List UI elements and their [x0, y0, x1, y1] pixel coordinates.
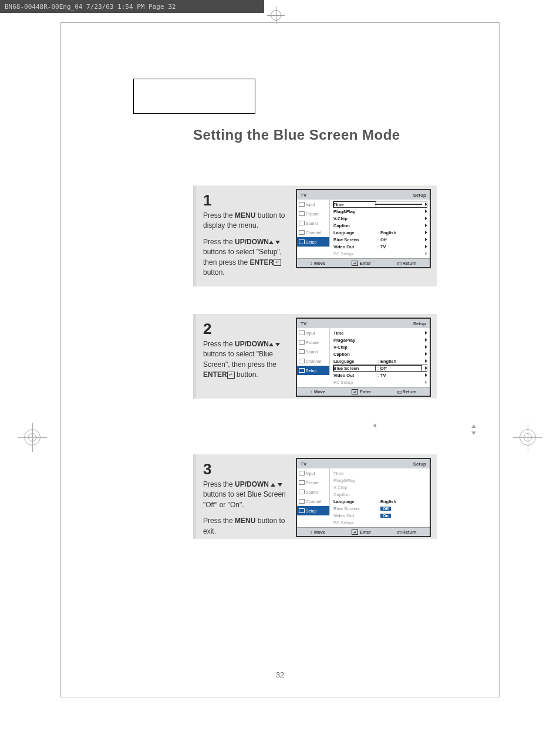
page-frame: Setting the Blue Screen Mode 1 Press the… [60, 22, 500, 697]
sidebar-item-channel: Channel [297, 497, 330, 506]
sidebar-item-picture: Picture [297, 209, 330, 218]
button-name: ENTER [203, 370, 227, 379]
label: Time [333, 330, 376, 336]
sidebar-item-picture: Picture [297, 478, 330, 487]
osd-screenshot-1: TV Setup Input Picture Sound Channel Set… [296, 189, 431, 268]
label: Enter [360, 389, 371, 394]
text: Press the [203, 211, 235, 220]
button-name: UP/DOWN [235, 238, 269, 246]
enter-icon [352, 389, 358, 394]
osd-list: Time Plug&Play V-Chip Caption Language:E… [330, 328, 430, 387]
label: PC Setup [333, 251, 376, 257]
label: Blue Screen [333, 506, 376, 511]
footer-return: Return [397, 261, 417, 266]
sidebar-item-setup: Setup [297, 237, 330, 247]
osd-header: TV Setup [297, 459, 430, 468]
updown-icon [310, 261, 312, 266]
picture-icon [299, 211, 305, 216]
text: button. [203, 268, 225, 276]
label: Video Out [333, 373, 376, 378]
step-1-block: 1 Press the MENU button to display the m… [193, 186, 437, 286]
label: Language [333, 230, 376, 235]
row-videoout: Video Out:TV [333, 372, 427, 379]
osd-sidebar: Input Picture Sound Channel Setup [297, 468, 330, 527]
row-vchip: V-Chip [333, 343, 427, 350]
row-language: Language:English [333, 229, 427, 236]
button-name: UP/DOWN [235, 480, 269, 488]
value: English [380, 230, 421, 235]
row-pcsetup: PC Setup [333, 250, 427, 257]
label: Move [314, 389, 325, 394]
label: Caption [333, 492, 376, 497]
label: Input [306, 471, 315, 475]
label: Return [403, 529, 417, 535]
right-arrow-icon [425, 366, 427, 370]
label: Sound [306, 490, 318, 494]
up-arrow-icon [271, 483, 275, 487]
updown-icon [310, 389, 312, 394]
setup-icon [299, 368, 305, 373]
down-arrow-icon [275, 241, 280, 244]
label: Return [403, 261, 417, 266]
label: Picture [306, 481, 319, 485]
right-arrow-icon [425, 245, 427, 248]
footer-return: Return [397, 529, 417, 535]
osd-tv-label: TV [301, 461, 306, 467]
osd-tv-label: TV [301, 321, 306, 326]
sidebar-item-setup: Setup [297, 366, 330, 375]
text: Press the [203, 480, 235, 488]
footer-enter: Enter [352, 529, 371, 535]
channel-icon [299, 499, 305, 504]
page-number: 32 [61, 670, 499, 679]
value: TV [380, 244, 421, 249]
footer-enter: Enter [352, 261, 371, 266]
osd-tv-label: TV [301, 193, 306, 198]
value: Off [380, 507, 391, 511]
enter-icon [352, 261, 358, 266]
row-time: Time [333, 470, 427, 477]
label: V-Chip [333, 345, 376, 350]
osd-footer: Move Enter Return [297, 258, 430, 267]
footer-move: Move [310, 389, 325, 394]
osd-sidebar: Input Picture Sound Channel Setup [297, 328, 330, 387]
step-1-text: Press the MENU button to display the men… [203, 211, 297, 278]
label: Time [333, 471, 376, 476]
osd-section-label: Setup [413, 193, 426, 198]
osd-section-label: Setup [413, 461, 426, 467]
button-name: MENU [235, 517, 255, 525]
channel-icon [299, 359, 305, 363]
crop-mark-icon [267, 6, 285, 24]
row-plugplay: Plug&Play [333, 477, 427, 484]
value: TV [380, 373, 421, 378]
return-icon [397, 390, 401, 394]
channel-icon [299, 230, 305, 235]
setup-icon [299, 508, 305, 513]
row-vchip: V-Chip [333, 484, 427, 491]
button-name: UP/DOWN [235, 340, 269, 348]
sidebar-item-picture: Picture [297, 338, 330, 347]
sound-icon [299, 221, 305, 225]
row-language: Language:English [333, 357, 427, 365]
step-2-text: Press the UP/DOWN buttons to select "Blu… [203, 339, 297, 380]
label: Language [333, 499, 376, 504]
label: Plug&Play [333, 338, 376, 343]
up-arrow-icon [269, 343, 274, 346]
up-arrow-icon [269, 241, 274, 244]
label: V-Chip [333, 485, 376, 490]
label: Blue Screen [333, 366, 376, 371]
value: Off [380, 366, 421, 371]
row-plugplay: Plug&Play [333, 336, 427, 343]
header-strip-text: BN68-00448R-00Eng_04 7/23/03 1:54 PM Pag… [5, 3, 176, 11]
picture-icon [299, 480, 305, 485]
row-pcsetup: PC Setup [333, 519, 427, 526]
right-arrow-icon [425, 373, 427, 377]
label: Plug&Play [333, 209, 376, 214]
label: Enter [360, 529, 371, 535]
sidebar-item-setup: Setup [297, 506, 330, 515]
row-caption: Caption [333, 491, 427, 498]
sidebar-item-sound: Sound [297, 487, 330, 497]
sidebar-item-input: Input [297, 468, 330, 478]
osd-header: TV Setup [297, 190, 430, 200]
row-caption: Caption [333, 222, 427, 229]
label: Setup [306, 369, 316, 373]
